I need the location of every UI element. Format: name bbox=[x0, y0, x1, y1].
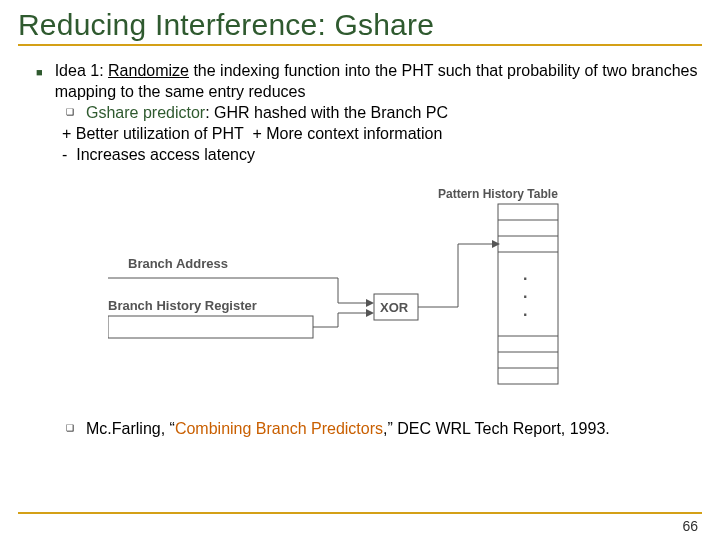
hollow-square-icon-2: ❑ bbox=[66, 423, 74, 439]
citation-title: Combining Branch Predictors bbox=[175, 420, 383, 437]
square-bullet-icon: ■ bbox=[36, 65, 43, 102]
arrow-icon-3 bbox=[492, 240, 500, 248]
page-title: Reducing Interference: Gshare bbox=[18, 8, 702, 42]
slide: Reducing Interference: Gshare ■ Idea 1: … bbox=[0, 0, 720, 540]
citation-text: Mc.Farling, “Combining Branch Predictors… bbox=[86, 418, 610, 439]
gshare-text: Gshare predictor: GHR hashed with the Br… bbox=[86, 102, 448, 123]
idea-underlined: Randomize bbox=[108, 62, 189, 79]
pht-dot2: . bbox=[523, 284, 527, 301]
bhr-box bbox=[108, 316, 313, 338]
idea-text: Idea 1: Randomize the indexing function … bbox=[55, 60, 702, 102]
idea-bullet: ■ Idea 1: Randomize the indexing functio… bbox=[36, 60, 702, 102]
xor-label: XOR bbox=[380, 300, 409, 315]
branch-address-label: Branch Address bbox=[128, 256, 228, 271]
arrow-icon-2 bbox=[366, 309, 374, 317]
title-underline bbox=[18, 44, 702, 46]
citation-author: Mc.Farling, “ bbox=[86, 420, 175, 437]
page-number: 66 bbox=[682, 518, 698, 534]
footer-rule bbox=[18, 512, 702, 514]
pht-box bbox=[498, 204, 558, 384]
hollow-square-icon: ❑ bbox=[66, 107, 74, 123]
content-body: ■ Idea 1: Randomize the indexing functio… bbox=[18, 60, 702, 439]
pht-dot1: . bbox=[523, 266, 527, 283]
pht-dot3: . bbox=[523, 302, 527, 319]
gshare-sub-bullet: ❑ Gshare predictor: GHR hashed with the … bbox=[66, 102, 702, 123]
arrow-icon bbox=[366, 299, 374, 307]
citation-rest: ,” DEC WRL Tech Report, 1993. bbox=[383, 420, 610, 437]
idea-prefix: Idea 1: bbox=[55, 62, 108, 79]
diagram-svg: Pattern History Table . . . Branch Addre… bbox=[108, 188, 628, 398]
gshare-desc: : GHR hashed with the Branch PC bbox=[205, 104, 448, 121]
gshare-diagram: Pattern History Table . . . Branch Addre… bbox=[108, 188, 702, 398]
bhr-label: Branch History Register bbox=[108, 298, 257, 313]
pht-label: Pattern History Table bbox=[438, 188, 558, 201]
gshare-label: Gshare predictor bbox=[86, 104, 205, 121]
citation: ❑ Mc.Farling, “Combining Branch Predicto… bbox=[66, 418, 702, 439]
plus-line: + Better utilization of PHT + More conte… bbox=[62, 123, 702, 144]
minus-line: - Increases access latency bbox=[62, 144, 702, 165]
